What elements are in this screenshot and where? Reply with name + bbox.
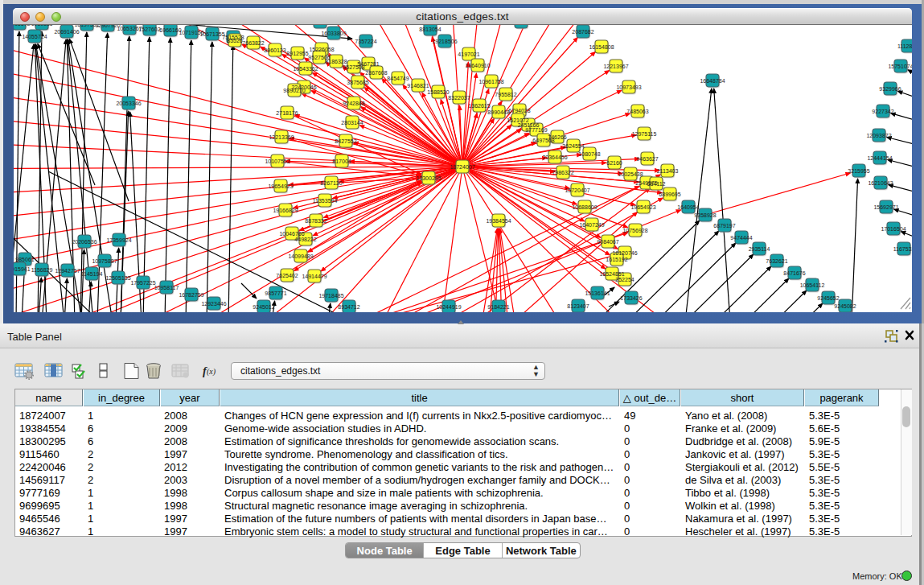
svg-text:7625402: 7625402 (276, 273, 298, 278)
svg-text:16120746: 16120746 (612, 250, 637, 256)
svg-text:7986322: 7986322 (552, 170, 573, 175)
svg-text:1080748: 1080748 (578, 151, 600, 157)
svg-text:20206536: 20206536 (72, 239, 97, 245)
svg-text:14055724: 14055724 (22, 34, 47, 39)
svg-text:10958117: 10958117 (154, 285, 179, 290)
svg-text:9146821: 9146821 (407, 83, 429, 89)
svg-text:1156829: 1156829 (31, 267, 53, 273)
svg-text:252254: 252254 (615, 277, 634, 282)
svg-text:9227342: 9227342 (872, 109, 893, 114)
svg-text:12505135: 12505135 (105, 275, 130, 281)
svg-text:15226058: 15226058 (309, 47, 334, 52)
svg-text:2718176: 2718176 (276, 110, 298, 116)
svg-text:9245082: 9245082 (834, 303, 856, 309)
svg-text:10688609: 10688609 (572, 204, 597, 210)
svg-text:9474444: 9474444 (730, 235, 752, 241)
svg-text:15751074: 15751074 (888, 64, 912, 69)
svg-text:17957225: 17957225 (130, 280, 155, 286)
svg-text:1615192: 1615192 (606, 257, 627, 262)
svg-text:18724007: 18724007 (450, 164, 474, 170)
svg-text:16782759: 16782759 (179, 292, 203, 298)
svg-text:20691406: 20691406 (54, 29, 79, 35)
svg-text:14914479: 14914479 (302, 274, 326, 279)
svg-text:20364456: 20364456 (542, 154, 567, 160)
svg-text:1362615: 1362615 (468, 103, 490, 109)
svg-text:19654923: 19654923 (268, 183, 293, 189)
svg-text:16407249: 16407249 (579, 222, 604, 228)
svg-text:10975887: 10975887 (92, 258, 117, 264)
svg-text:817004: 817004 (332, 159, 351, 164)
svg-text:12923446: 12923446 (201, 301, 226, 307)
svg-text:8267130: 8267130 (320, 180, 342, 186)
svg-text:14099489: 14099489 (288, 253, 313, 259)
svg-text:7485063: 7485063 (626, 109, 648, 114)
svg-text:18300295: 18300295 (416, 175, 441, 181)
svg-text:8912955: 8912955 (286, 51, 308, 56)
svg-text:9463627: 9463627 (636, 156, 658, 162)
svg-text:4197021: 4197021 (458, 51, 479, 57)
svg-text:3915941: 3915941 (14, 266, 31, 272)
svg-text:1980811: 1980811 (31, 25, 53, 27)
svg-text:8960123: 8960123 (264, 47, 285, 53)
svg-text:8878332: 8878332 (305, 218, 326, 224)
svg-text:684112: 684112 (647, 181, 666, 187)
svg-text:9242848: 9242848 (343, 101, 364, 106)
svg-text:6794028: 6794028 (508, 108, 530, 113)
svg-text:85526: 85526 (227, 38, 243, 43)
svg-text:1112836: 1112836 (897, 43, 912, 49)
svg-text:4498222: 4498222 (294, 237, 316, 242)
svg-text:12942757: 12942757 (55, 268, 80, 274)
svg-text:15692971: 15692971 (873, 204, 898, 210)
svg-text:8471676: 8471676 (783, 270, 805, 276)
svg-text:10671355: 10671355 (199, 31, 224, 37)
svg-text:19654923: 19654923 (630, 204, 655, 210)
svg-text:7955812: 7955812 (495, 92, 516, 97)
svg-text:7357224: 7357224 (355, 39, 376, 44)
svg-text:7663822: 7663822 (242, 40, 264, 46)
svg-text:(x): (x) (207, 367, 216, 377)
svg-text:5467281: 5467281 (357, 61, 379, 67)
svg-text:19166829: 19166829 (273, 208, 298, 213)
svg-text:10973493: 10973493 (616, 84, 641, 90)
svg-text:10961758: 10961758 (478, 79, 503, 84)
svg-text:746266: 746266 (548, 134, 566, 140)
svg-text:10046766: 10046766 (279, 231, 304, 237)
svg-text:10756928: 10756928 (622, 228, 647, 233)
svg-text:19718485: 19718485 (318, 293, 343, 299)
svg-text:10543362: 10543362 (293, 66, 318, 72)
svg-text:2087682: 2087682 (572, 29, 593, 35)
svg-text:6879197: 6879197 (713, 223, 735, 229)
svg-text:17016504: 17016504 (881, 226, 906, 232)
svg-text:9245652: 9245652 (817, 295, 839, 301)
svg-text:16033809: 16033809 (321, 31, 346, 36)
svg-text:9890210: 9890210 (283, 88, 305, 93)
svg-text:1733426: 1733426 (620, 295, 642, 301)
svg-text:8454749: 8454749 (387, 76, 409, 81)
svg-text:19218506: 19218506 (432, 39, 457, 44)
svg-text:1167533: 1167533 (893, 246, 912, 252)
svg-text:16154808: 16154808 (589, 44, 614, 50)
svg-text:2113403: 2113403 (657, 168, 679, 174)
svg-text:6899695: 6899695 (659, 192, 680, 197)
svg-text:17359924: 17359924 (106, 237, 131, 243)
svg-text:9857771: 9857771 (265, 290, 286, 296)
svg-text:12444154: 12444154 (867, 155, 892, 161)
svg-text:3215955: 3215955 (848, 168, 869, 174)
svg-text:10244919: 10244919 (436, 304, 461, 310)
svg-text:15720407: 15720407 (565, 187, 589, 193)
svg-text:12213967: 12213967 (603, 64, 628, 69)
svg-text:8123407: 8123407 (567, 303, 589, 309)
svg-text:11353594: 11353594 (313, 198, 338, 204)
svg-text:2405572: 2405572 (14, 25, 31, 27)
svg-text:9245012: 9245012 (253, 304, 274, 310)
svg-text:7632621: 7632621 (766, 258, 787, 264)
svg-text:8813054: 8813054 (419, 27, 441, 32)
svg-text:12093872: 12093872 (866, 133, 891, 138)
svg-text:12975115: 12975115 (632, 131, 657, 137)
svg-text:8186328: 8186328 (325, 59, 347, 64)
svg-text:10025438: 10025438 (618, 171, 643, 177)
svg-text:9777169: 9777169 (525, 127, 547, 133)
svg-text:10107552: 10107552 (265, 159, 290, 164)
svg-text:8990448: 8990448 (487, 109, 509, 115)
svg-text:8934712: 8934712 (338, 304, 359, 310)
